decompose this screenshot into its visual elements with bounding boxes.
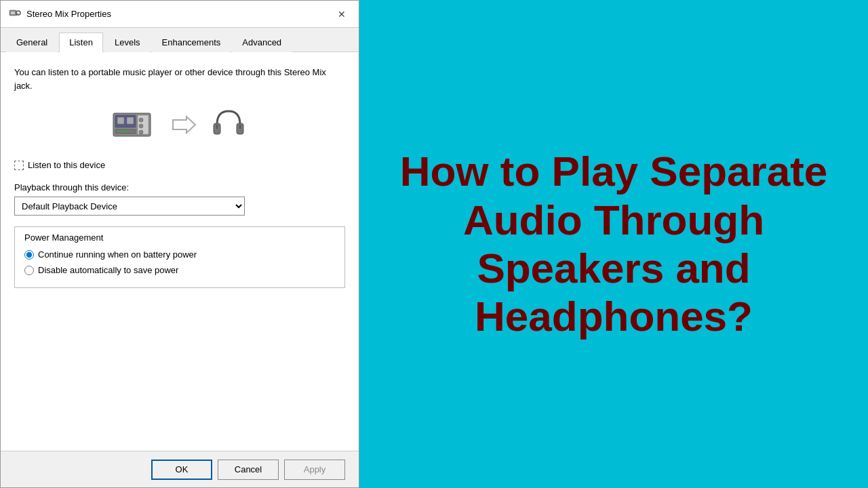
audio-flow-illustration [14,106,345,143]
tab-listen[interactable]: Listen [59,33,103,52]
description-text: You can listen to a portable music playe… [14,66,345,92]
svg-rect-13 [117,131,120,132]
playback-dropdown-row: Default Playback Device [14,197,345,216]
tab-levels[interactable]: Levels [104,33,151,52]
battery-radio[interactable] [24,250,34,260]
power-management-legend: Power Management [24,232,335,243]
title-bar-left: Stereo Mix Properties [9,8,111,20]
save-power-radio-label[interactable]: Disable automatically to save power [38,265,178,275]
battery-radio-label[interactable]: Continue running when on battery power [38,249,197,260]
arrow-icon [170,115,197,135]
tabs-bar: General Listen Levels Enhancements Advan… [1,28,359,52]
soundcard-icon [112,108,156,142]
svg-point-9 [139,118,143,122]
stereo-mix-dialog: Stereo Mix Properties ✕ General Listen L… [0,0,359,488]
svg-marker-16 [173,117,195,133]
headphone-icon [210,106,248,143]
cancel-button[interactable]: Cancel [218,460,279,480]
svg-rect-7 [127,117,134,124]
tab-general[interactable]: General [6,33,58,52]
ok-button[interactable]: OK [151,460,212,480]
playback-device-dropdown[interactable]: Default Playback Device [14,197,245,216]
svg-point-10 [139,124,143,128]
svg-rect-6 [117,117,124,124]
listen-checkbox-row: Listen to this device [14,160,345,170]
tab-advanced[interactable]: Advanced [232,33,292,52]
listen-checkbox-label[interactable]: Listen to this device [28,160,105,170]
dialog-icon [9,8,21,20]
title-bar: Stereo Mix Properties ✕ [1,1,359,28]
apply-button[interactable]: Apply [284,460,345,480]
dialog-panel: Stereo Mix Properties ✕ General Listen L… [0,0,359,488]
listen-checkbox[interactable] [14,161,24,170]
save-power-radio[interactable] [24,266,34,275]
article-title: How to Play Separate Audio Through Speak… [387,147,841,340]
tab-content: You can listen to a portable music playe… [1,52,359,451]
svg-point-11 [139,130,143,134]
playback-section: Playback through this device: Default Pl… [14,182,345,216]
svg-rect-14 [121,131,124,132]
playback-label: Playback through this device: [14,182,345,192]
power-management-group: Power Management Continue running when o… [14,226,345,288]
close-button[interactable]: ✕ [333,5,351,23]
battery-radio-row: Continue running when on battery power [24,249,335,260]
save-power-radio-row: Disable automatically to save power [24,265,335,275]
tab-enhancements[interactable]: Enhancements [152,33,231,52]
svg-rect-15 [125,131,128,132]
buttons-bar: OK Cancel Apply [1,451,359,487]
article-panel: How to Play Separate Audio Through Speak… [359,0,868,488]
dialog-title: Stereo Mix Properties [26,9,111,19]
svg-rect-1 [11,12,15,14]
